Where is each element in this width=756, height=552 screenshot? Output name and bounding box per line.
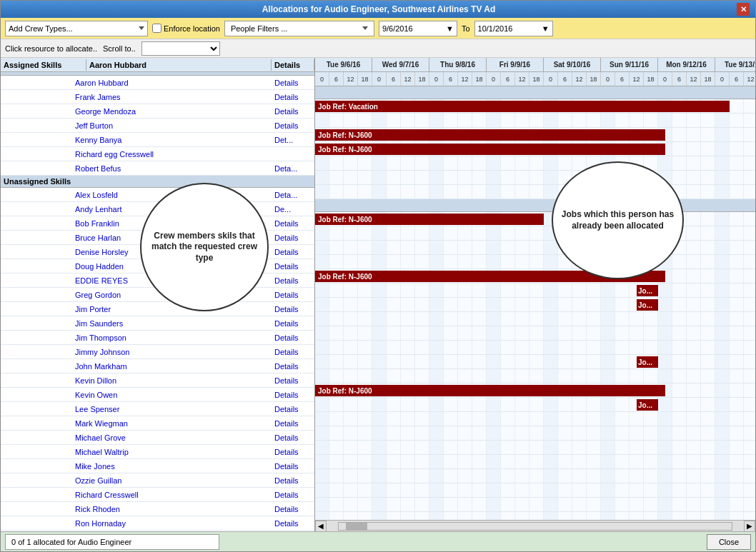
gantt-cell <box>730 369 744 383</box>
details-link[interactable]: Details <box>272 333 314 342</box>
gantt-cell <box>472 241 487 254</box>
details-link[interactable]: Details <box>272 433 314 442</box>
person-name-link[interactable]: Ozzie Guillan <box>72 476 272 485</box>
person-name-link[interactable]: Lee Spenser <box>72 405 272 413</box>
scroll-to-select[interactable] <box>141 41 220 56</box>
gantt-cell <box>501 412 515 426</box>
person-name-link[interactable]: Richard egg Cresswell <box>72 150 272 159</box>
person-name-link[interactable]: Kevin Owen <box>72 391 272 399</box>
person-name-link[interactable]: Richard Cresswell <box>72 491 272 499</box>
details-link[interactable]: Details <box>272 405 314 413</box>
details-link[interactable]: Details <box>272 291 314 299</box>
details-link[interactable]: Details <box>272 79 314 87</box>
person-name-link[interactable]: Kenny Banya <box>72 136 272 144</box>
details-link[interactable]: Details <box>272 376 314 385</box>
person-name-link[interactable]: EDDIE REYES <box>72 276 272 285</box>
person-name-link[interactable]: Robert Befus <box>72 164 272 173</box>
details-link[interactable]: Details <box>272 419 314 428</box>
gantt-cell <box>744 412 755 426</box>
person-name-link[interactable]: George Mendoza <box>72 107 272 116</box>
details-link[interactable]: Details <box>272 462 314 471</box>
details-link[interactable]: De... <box>272 205 314 214</box>
details-link[interactable]: Details <box>272 362 314 371</box>
gantt-cell <box>401 512 415 520</box>
date-to-picker[interactable]: 10/1/2016 ▼ <box>474 21 553 36</box>
person-name-link[interactable]: Greg Gordon <box>72 291 272 299</box>
details-link[interactable]: Deta... <box>272 191 314 199</box>
person-name-link[interactable]: Michael Grove <box>72 433 272 442</box>
person-name-link[interactable]: Rick Rhoden <box>72 505 272 513</box>
details-link[interactable]: Details <box>272 276 314 285</box>
details-link[interactable]: Det... <box>272 136 314 144</box>
details-link[interactable]: Details <box>272 305 314 313</box>
gantt-cell <box>315 171 329 184</box>
person-name-link[interactable]: Doug Hadden <box>72 262 272 271</box>
person-name-link[interactable]: Aaron Hubbard <box>72 79 272 87</box>
details-link[interactable]: Details <box>272 448 314 456</box>
details-link[interactable]: Deta... <box>272 164 314 173</box>
close-button[interactable]: Close <box>707 534 751 550</box>
gantt-cell <box>544 483 558 497</box>
person-name-link[interactable]: Bob Franklin <box>72 219 272 228</box>
gantt-cell <box>587 483 601 497</box>
gantt-cell <box>701 326 715 340</box>
gantt-date-col: Sat 9/10/16 <box>544 58 601 71</box>
gantt-cell <box>601 114 615 127</box>
details-link[interactable]: Details <box>272 121 314 130</box>
person-name-link[interactable]: Jeff Burton <box>72 121 272 130</box>
person-name-link[interactable]: Bruce Harlan <box>72 234 272 242</box>
person-name-link[interactable]: Frank James <box>72 93 272 101</box>
gantt-panel: Tue 9/6/16Wed 9/7/16Thu 9/8/16Fri 9/9/16… <box>315 58 755 531</box>
details-link[interactable]: Details <box>272 93 314 101</box>
person-name-link[interactable]: Denise Horsley <box>72 248 272 256</box>
person-name-link[interactable]: Jim Saunders <box>72 319 272 328</box>
gantt-cell <box>515 369 529 383</box>
crew-types-dropdown[interactable]: Add Crew Types... <box>5 21 148 36</box>
person-name-link[interactable]: Kevin Dillon <box>72 376 272 385</box>
gantt-cell <box>687 142 701 156</box>
person-name-link[interactable]: Mike Jones <box>72 462 272 471</box>
details-link[interactable]: Details <box>272 107 314 116</box>
details-link[interactable]: Details <box>272 505 314 513</box>
person-name-link[interactable]: Mark Wiegman <box>72 419 272 428</box>
gantt-cell <box>515 512 529 520</box>
gantt-cell <box>658 483 672 497</box>
gantt-cell <box>587 441 601 454</box>
gantt-cell <box>701 498 715 511</box>
gantt-cell <box>358 185 372 199</box>
details-link[interactable]: Details <box>272 234 314 242</box>
details-link[interactable]: Details <box>272 219 314 228</box>
details-link[interactable]: Details <box>272 476 314 485</box>
details-link[interactable]: Details <box>272 248 314 256</box>
gantt-cell <box>658 156 672 170</box>
list-item: John Markham Details <box>1 359 314 373</box>
person-name-link[interactable]: Ron Hornaday <box>72 519 272 528</box>
gantt-cell <box>687 341 701 354</box>
scrollbar-track[interactable] <box>338 522 732 531</box>
scroll-right-icon[interactable]: ▶ <box>744 521 755 532</box>
gantt-scrollbar[interactable]: ◀ ▶ <box>315 520 755 531</box>
gantt-cell <box>558 298 572 311</box>
person-name-link[interactable]: Michael Waltrip <box>72 448 272 456</box>
enforce-location-checkbox[interactable] <box>152 24 161 33</box>
person-name-link[interactable]: Andy Lenhart <box>72 205 272 214</box>
details-link[interactable]: Details <box>272 319 314 328</box>
gantt-cell <box>529 455 544 468</box>
person-name-link[interactable]: Jim Porter <box>72 305 272 313</box>
details-link[interactable]: Details <box>272 348 314 356</box>
gantt-cell <box>572 298 587 311</box>
date-from-picker[interactable]: 9/6/2016 ▼ <box>379 21 457 36</box>
people-filters-dropdown[interactable]: People Filters ... <box>224 21 374 36</box>
details-link[interactable]: Details <box>272 391 314 399</box>
details-link[interactable]: Details <box>272 262 314 271</box>
gantt-cell <box>515 114 529 127</box>
person-name-link[interactable]: Jim Thompson <box>72 333 272 342</box>
details-link[interactable]: Details <box>272 491 314 499</box>
scrollbar-thumb[interactable] <box>346 523 367 530</box>
scroll-left-icon[interactable]: ◀ <box>315 521 327 532</box>
details-link[interactable]: Details <box>272 519 314 528</box>
person-name-link[interactable]: Alex Losfeld <box>72 191 272 199</box>
person-name-link[interactable]: Jimmy Johnson <box>72 348 272 356</box>
window-close-button[interactable]: ✕ <box>737 3 750 16</box>
person-name-link[interactable]: John Markham <box>72 362 272 371</box>
